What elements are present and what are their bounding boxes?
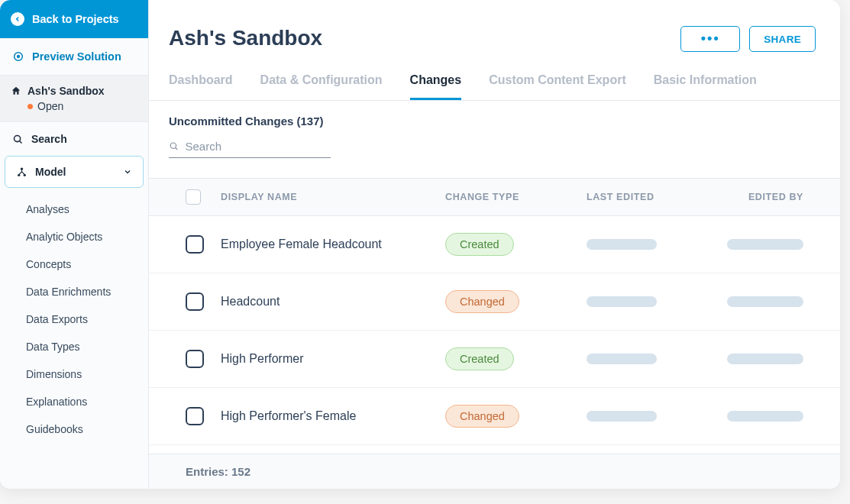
sidebar-search[interactable]: Search bbox=[0, 122, 148, 156]
project-status: Open bbox=[11, 97, 136, 112]
last-edited-placeholder bbox=[587, 239, 657, 250]
svg-point-6 bbox=[170, 143, 176, 148]
table-row: Headcount Changed bbox=[149, 273, 840, 331]
back-to-projects-link[interactable]: Back to Projects bbox=[0, 0, 148, 38]
column-change-type: CHANGE TYPE bbox=[445, 192, 587, 202]
tab-dashboard[interactable]: Dashboard bbox=[169, 73, 233, 100]
last-edited-placeholder bbox=[587, 296, 657, 307]
edited-by-placeholder bbox=[727, 354, 803, 364]
tabs: Dashboard Data & Configuration Changes C… bbox=[149, 52, 840, 101]
sidebar-item-data-types[interactable]: Data Types bbox=[0, 333, 148, 360]
row-checkbox[interactable] bbox=[186, 350, 204, 368]
back-label: Back to Projects bbox=[32, 13, 119, 25]
changes-search[interactable] bbox=[169, 137, 331, 158]
preview-solution-link[interactable]: Preview Solution bbox=[0, 38, 148, 76]
share-button[interactable]: SHARE bbox=[749, 26, 816, 52]
sidebar-item-guidebooks[interactable]: Guidebooks bbox=[0, 415, 148, 443]
back-arrow-icon bbox=[11, 12, 24, 26]
eye-icon bbox=[12, 50, 24, 63]
tab-custom-content-export[interactable]: Custom Content Export bbox=[489, 73, 626, 100]
sidebar: Back to Projects Preview Solution Ash's … bbox=[0, 0, 149, 489]
sidebar-item-analyses[interactable]: Analyses bbox=[0, 195, 148, 223]
table-row: High Performer's Female Changed bbox=[149, 388, 840, 445]
column-last-edited: LAST EDITED bbox=[587, 192, 720, 202]
svg-point-3 bbox=[21, 167, 23, 170]
sidebar-item-concepts[interactable]: Concepts bbox=[0, 250, 148, 278]
cell-display-name: High Performer bbox=[221, 352, 445, 366]
column-edited-by: EDITED BY bbox=[720, 192, 803, 202]
row-checkbox[interactable] bbox=[186, 292, 204, 311]
home-icon bbox=[11, 86, 21, 96]
sidebar-search-label: Search bbox=[31, 133, 67, 145]
entries-count: Entries: 152 bbox=[149, 454, 840, 489]
edited-by-placeholder bbox=[727, 296, 803, 307]
project-block: Ash's Sandbox Open bbox=[0, 76, 148, 122]
row-checkbox[interactable] bbox=[186, 235, 204, 254]
change-type-badge: Created bbox=[445, 233, 514, 256]
last-edited-placeholder bbox=[587, 354, 657, 364]
select-all-checkbox[interactable] bbox=[186, 189, 201, 205]
table-row: High Performer Created bbox=[149, 331, 840, 388]
changes-table: DISPLAY NAME CHANGE TYPE LAST EDITED EDI… bbox=[149, 178, 840, 489]
chevron-down-icon bbox=[123, 167, 132, 176]
sidebar-item-model[interactable]: Model bbox=[5, 156, 144, 188]
sidebar-item-data-exports[interactable]: Data Exports bbox=[0, 305, 148, 333]
svg-point-2 bbox=[15, 135, 21, 141]
edited-by-placeholder bbox=[727, 239, 803, 250]
model-label: Model bbox=[35, 166, 66, 178]
model-children: Analyses Analytic Objects Concepts Data … bbox=[0, 188, 148, 443]
sidebar-item-analytic-objects[interactable]: Analytic Objects bbox=[0, 223, 148, 250]
last-edited-placeholder bbox=[587, 411, 657, 422]
cell-display-name: High Performer's Female bbox=[221, 409, 445, 423]
search-icon bbox=[169, 141, 179, 152]
svg-point-1 bbox=[17, 55, 20, 58]
main-content: Ash's Sandbox ••• SHARE Dashboard Data &… bbox=[149, 0, 840, 489]
preview-label: Preview Solution bbox=[32, 50, 121, 63]
cell-display-name: Headcount bbox=[221, 295, 445, 309]
header-buttons: ••• SHARE bbox=[680, 26, 816, 52]
search-icon bbox=[12, 134, 24, 145]
row-checkbox[interactable] bbox=[186, 407, 204, 425]
changes-search-input[interactable] bbox=[185, 140, 331, 153]
project-name: Ash's Sandbox bbox=[11, 85, 136, 97]
tab-changes[interactable]: Changes bbox=[410, 73, 462, 100]
edited-by-placeholder bbox=[727, 411, 803, 422]
column-display-name: DISPLAY NAME bbox=[221, 192, 445, 202]
change-type-badge: Changed bbox=[445, 405, 519, 428]
table-header: DISPLAY NAME CHANGE TYPE LAST EDITED EDI… bbox=[149, 178, 840, 216]
uncommitted-changes-label: Uncommitted Changes (137) bbox=[149, 101, 840, 137]
table-row: Employee Female Headcount Created bbox=[149, 216, 840, 273]
tab-basic-information[interactable]: Basic Information bbox=[654, 73, 757, 100]
page-header: Ash's Sandbox ••• SHARE bbox=[149, 0, 840, 52]
table-body: Employee Female Headcount Created Headco… bbox=[149, 216, 840, 454]
sidebar-item-explanations[interactable]: Explanations bbox=[0, 388, 148, 415]
sidebar-item-dimensions[interactable]: Dimensions bbox=[0, 360, 148, 388]
model-icon bbox=[16, 166, 27, 178]
page-title: Ash's Sandbox bbox=[169, 26, 322, 50]
change-type-badge: Changed bbox=[445, 290, 519, 313]
more-actions-button[interactable]: ••• bbox=[680, 26, 740, 52]
sidebar-item-data-enrichments[interactable]: Data Enrichments bbox=[0, 278, 148, 305]
status-dot-icon bbox=[27, 104, 33, 109]
cell-display-name: Employee Female Headcount bbox=[221, 237, 445, 251]
tab-data-configuration[interactable]: Data & Configuration bbox=[260, 73, 383, 100]
change-type-badge: Created bbox=[445, 347, 514, 370]
